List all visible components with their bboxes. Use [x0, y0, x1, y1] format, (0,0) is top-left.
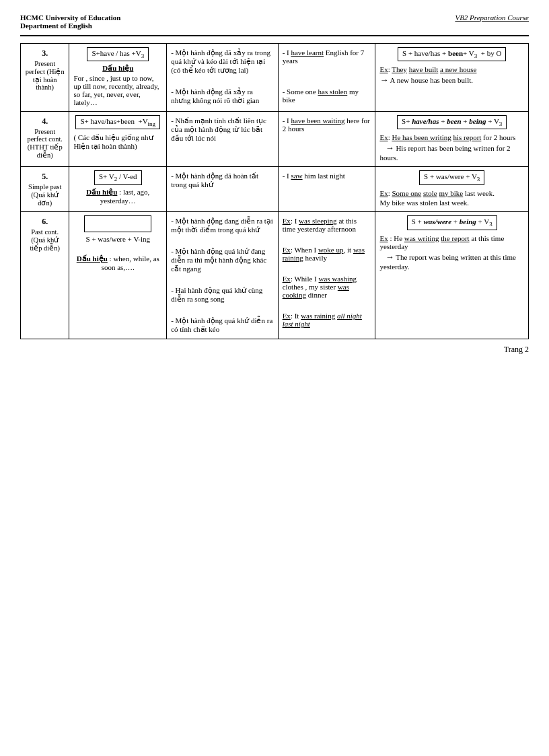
- row6-passive: S + was/were + being + V3 Ex : He was wr…: [375, 212, 529, 339]
- row3-label: 3. Present perfect (Hiện tại hoàn thành): [21, 44, 69, 112]
- row5-dau-hieu-title: Dấu hiệu : last, ago, yesterday…: [73, 188, 162, 205]
- row4-formula: S+ have/has+been +Ving ( Các dấu hiệu gi…: [69, 112, 167, 167]
- row3-examples: - I have learnt English for 7 years - So…: [278, 44, 375, 112]
- row5-formula-box: S+ V2 / V-ed: [94, 170, 142, 184]
- row4-passive-box: S+ have/has + been + being + V3: [397, 115, 507, 129]
- row4-formula-box: S+ have/has+been +Ving: [75, 115, 160, 129]
- row4-label: 4. Present perfect cont. (HTHT tiếp diễn…: [21, 112, 69, 167]
- course-name: VB2 Preparation Course: [455, 13, 529, 30]
- row6-dau-hieu: Dấu hiệu : when, while, as soon as,….: [73, 254, 162, 271]
- row6-label: 6. Past cont. (Quá khứ tiếp diễn): [21, 212, 69, 339]
- row3-passive: S + have/has + been+ V3 + by O Ex: They …: [375, 44, 529, 112]
- row4-examples: - I have been waiting here for 2 hours: [278, 112, 375, 167]
- row6-formula: S + was/were + V-ing Dấu hiệu : when, wh…: [69, 212, 167, 339]
- university-name: HCMC University of Education: [20, 13, 120, 22]
- page-number: Trang 2: [504, 345, 529, 354]
- table-row: 5. Simple past (Quá khứ đơn) S+ V2 / V-e…: [21, 167, 529, 212]
- row5-passive-box: S + was/were + V3: [419, 170, 484, 184]
- row5-passive: S + was/were + V3 Ex: Some one stole my …: [375, 167, 529, 212]
- institution-info: HCMC University of Education Department …: [20, 13, 120, 30]
- table-row: 6. Past cont. (Quá khứ tiếp diễn) S + wa…: [21, 212, 529, 339]
- row5-label: 5. Simple past (Quá khứ đơn): [21, 167, 69, 212]
- row6-examples: Ex: I was sleeping at this time yesterda…: [278, 212, 375, 339]
- header-divider: [20, 35, 529, 36]
- row6-description: - Một hành động đang diễn ra tại một thờ…: [167, 212, 278, 339]
- department-name: Department of English: [20, 22, 120, 30]
- table-row: 3. Present perfect (Hiện tại hoàn thành)…: [21, 44, 529, 112]
- row3-dau-hieu-title: Dấu hiệu: [73, 64, 162, 73]
- row3-description: - Một hành động đã xảy ra trong quá khứ …: [167, 44, 278, 112]
- row3-dau-hieu-text: For , since , just up to now, up till no…: [73, 74, 162, 106]
- row6-formula-text: S + was/were + V-ing: [73, 235, 162, 243]
- page-footer: Trang 2: [20, 345, 529, 355]
- row4-description: - Nhấn mạnh tính chất liên tục của một h…: [167, 112, 278, 167]
- page-header: HCMC University of Education Department …: [20, 13, 529, 30]
- row5-formula: S+ V2 / V-ed Dấu hiệu : last, ago, yeste…: [69, 167, 167, 212]
- row5-examples: - I saw him last night: [278, 167, 375, 212]
- row5-description: - Một hành động đã hoàn tất trong quá kh…: [167, 167, 278, 212]
- row6-passive-box: S + was/were + being + V3: [407, 215, 497, 230]
- row3-passive-box: S + have/has + been+ V3 + by O: [398, 47, 506, 61]
- row4-passive: S+ have/has + been + being + V3 Ex: He h…: [375, 112, 529, 167]
- row4-dau-hieu-text: ( Các dấu hiệu giống như Hiện tại hoàn t…: [73, 133, 162, 151]
- row3-formula: S+have / has +V3 Dấu hiệu For , since , …: [69, 44, 167, 112]
- grammar-table: 3. Present perfect (Hiện tại hoàn thành)…: [20, 43, 529, 339]
- row3-formula-box: S+have / has +V3: [87, 47, 149, 61]
- table-row: 4. Present perfect cont. (HTHT tiếp diễn…: [21, 112, 529, 167]
